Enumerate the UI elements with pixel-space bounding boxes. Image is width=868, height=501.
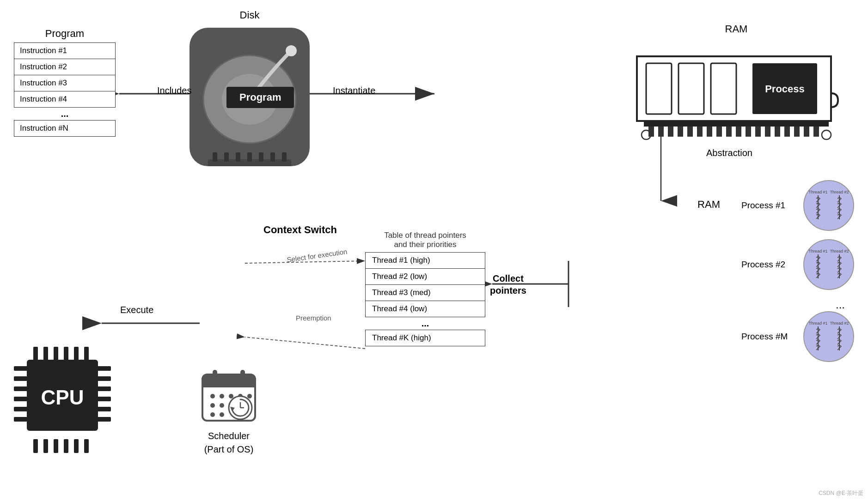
svg-rect-25 (224, 152, 229, 162)
svg-point-102 (220, 394, 224, 398)
svg-rect-51 (775, 127, 780, 137)
ram-section-top: RAM Process (632, 23, 840, 146)
thread-row: ... (366, 317, 485, 330)
svg-rect-34 (711, 63, 736, 114)
select-for-execution-label: Select for execution (286, 247, 348, 264)
svg-rect-52 (784, 127, 790, 137)
process-circle: Thread #1Thread #2 (803, 239, 854, 290)
thread-row: Thread #2 (low) (366, 269, 485, 285)
svg-rect-29 (270, 152, 275, 162)
svg-rect-43 (697, 127, 703, 137)
svg-rect-76 (33, 439, 38, 453)
svg-rect-73 (64, 347, 68, 361)
svg-rect-87 (14, 417, 28, 422)
svg-rect-49 (755, 127, 761, 137)
includes-label: Includes (157, 85, 192, 96)
process-label: Process #1 (741, 200, 797, 211)
ram-chip-svg: Process (632, 38, 840, 144)
svg-rect-80 (74, 439, 79, 453)
svg-rect-28 (259, 152, 263, 162)
svg-point-110 (210, 412, 215, 417)
ram-label-top: RAM (632, 23, 840, 35)
abstraction-label: Abstraction (706, 148, 752, 158)
thread-section: Table of thread pointers and their prior… (365, 231, 485, 346)
instantiate-label: Instantiate (333, 85, 375, 96)
instruction-row: ... (14, 108, 116, 121)
instruction-row: Instruction #3 (14, 75, 116, 91)
scheduler-label: Scheduler (199, 431, 259, 441)
ram-label-mid: RAM (697, 199, 720, 211)
svg-rect-84 (14, 386, 28, 391)
process-ellipsis: ... (741, 298, 854, 311)
svg-point-20 (286, 45, 297, 56)
svg-text:Process: Process (765, 83, 805, 95)
svg-point-107 (220, 403, 224, 408)
svg-text:CPU: CPU (41, 386, 84, 409)
svg-rect-33 (679, 63, 704, 114)
svg-rect-26 (236, 152, 240, 162)
scheduler-icon (199, 366, 259, 426)
process-threads-svg: Thread #1Thread #2 (808, 246, 850, 283)
svg-line-13 (245, 337, 365, 349)
scheduler-sublabel: (Part of OS) (199, 444, 259, 455)
scheduler-section: Scheduler (Part of OS) (199, 366, 259, 455)
context-switch-label: Context Switch (263, 224, 337, 236)
svg-rect-39 (658, 127, 664, 137)
svg-rect-44 (707, 127, 712, 137)
instruction-table: Instruction #1Instruction #2Instruction … (14, 42, 116, 137)
svg-rect-72 (54, 347, 58, 361)
svg-rect-54 (804, 127, 809, 137)
instruction-row: Instruction #1 (14, 43, 116, 59)
svg-rect-78 (54, 439, 58, 453)
diagram-container: Program Instruction #1Instruction #2Inst… (0, 0, 868, 501)
svg-text:Thread #1: Thread #1 (808, 249, 827, 254)
thread-table: Thread #1 (high)Thread #2 (low)Thread #3… (365, 252, 485, 346)
svg-point-103 (229, 394, 233, 398)
svg-rect-45 (716, 127, 722, 137)
execute-label: Execute (120, 305, 153, 315)
process-label: Process #M (741, 332, 797, 342)
svg-line-12 (245, 261, 365, 263)
svg-text:Thread #1: Thread #1 (808, 321, 827, 326)
thread-row: Thread #4 (low) (366, 301, 485, 317)
svg-point-111 (220, 412, 224, 417)
svg-rect-37 (644, 121, 829, 127)
instruction-row: Instruction #2 (14, 59, 116, 75)
instruction-row: Instruction #N (14, 121, 116, 137)
svg-rect-89 (97, 376, 111, 381)
processes-section: Process #1Thread #1Thread #2Process #2Th… (741, 180, 854, 370)
process-item: Process #MThread #1Thread #2 (741, 311, 854, 362)
svg-rect-30 (282, 152, 287, 162)
svg-rect-100 (240, 370, 245, 381)
svg-rect-82 (14, 366, 28, 371)
process-circle: Thread #1Thread #2 (803, 180, 854, 231)
svg-rect-41 (678, 127, 683, 137)
svg-text:Thread #2: Thread #2 (830, 190, 849, 194)
svg-rect-81 (84, 439, 89, 453)
thread-row: Thread #1 (high) (366, 253, 485, 269)
watermark: CSDN @E·茶叶蛋 (819, 489, 863, 497)
svg-rect-47 (736, 127, 741, 137)
process-item: Process #2Thread #1Thread #2 (741, 239, 854, 290)
svg-rect-71 (43, 347, 48, 361)
svg-rect-79 (64, 439, 68, 453)
process-item: Process #1Thread #1Thread #2 (741, 180, 854, 231)
svg-point-57 (822, 130, 831, 139)
svg-rect-40 (668, 127, 673, 137)
instruction-row: Instruction #4 (14, 91, 116, 108)
thread-table-title: Table of thread pointers and their prior… (365, 231, 485, 249)
svg-text:Thread #2: Thread #2 (830, 249, 849, 254)
svg-rect-98 (202, 382, 255, 387)
collect-pointers-label: Collectpointers (490, 272, 526, 296)
cpu-icon: CPU (14, 347, 111, 453)
svg-rect-53 (794, 127, 800, 137)
svg-point-106 (210, 403, 215, 408)
svg-rect-50 (765, 127, 770, 137)
process-threads-svg: Thread #1Thread #2 (808, 318, 850, 355)
svg-rect-92 (97, 407, 111, 411)
process-circle: Thread #1Thread #2 (803, 311, 854, 362)
thread-row: Thread #3 (med) (366, 285, 485, 301)
svg-rect-86 (14, 407, 28, 411)
svg-text:Thread #2: Thread #2 (830, 321, 849, 326)
svg-rect-27 (247, 152, 252, 162)
